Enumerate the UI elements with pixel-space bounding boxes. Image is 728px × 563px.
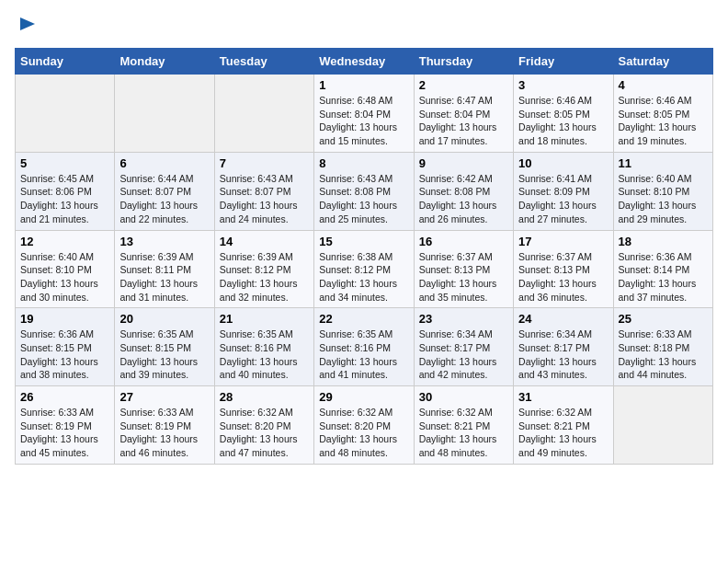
calendar-cell xyxy=(16,75,115,153)
day-number: 14 xyxy=(220,235,309,248)
calendar-cell: 21Sunrise: 6:35 AM Sunset: 8:16 PM Dayli… xyxy=(214,308,313,386)
calendar-cell: 13Sunrise: 6:39 AM Sunset: 8:11 PM Dayli… xyxy=(115,230,214,308)
calendar-cell: 17Sunrise: 6:37 AM Sunset: 8:13 PM Dayli… xyxy=(514,230,613,308)
day-info: Sunrise: 6:35 AM Sunset: 8:15 PM Dayligh… xyxy=(119,327,209,382)
day-info: Sunrise: 6:43 AM Sunset: 8:07 PM Dayligh… xyxy=(220,172,309,226)
day-info: Sunrise: 6:32 AM Sunset: 8:21 PM Dayligh… xyxy=(419,406,508,460)
day-number: 27 xyxy=(119,390,209,404)
day-info: Sunrise: 6:37 AM Sunset: 8:13 PM Dayligh… xyxy=(419,250,508,304)
calendar-cell: 7Sunrise: 6:43 AM Sunset: 8:07 PM Daylig… xyxy=(214,152,313,230)
calendar-cell: 2Sunrise: 6:47 AM Sunset: 8:04 PM Daylig… xyxy=(414,75,513,153)
day-number: 4 xyxy=(619,78,708,92)
header xyxy=(15,15,713,37)
day-number: 26 xyxy=(20,390,109,404)
logo-arrow-icon xyxy=(18,15,37,37)
col-header-tuesday: Tuesday xyxy=(214,49,313,75)
day-number: 13 xyxy=(119,235,209,248)
day-info: Sunrise: 6:36 AM Sunset: 8:15 PM Dayligh… xyxy=(20,327,109,382)
day-number: 16 xyxy=(419,235,508,248)
day-info: Sunrise: 6:34 AM Sunset: 8:17 PM Dayligh… xyxy=(419,327,508,382)
calendar-cell: 6Sunrise: 6:44 AM Sunset: 8:07 PM Daylig… xyxy=(115,152,214,230)
day-info: Sunrise: 6:39 AM Sunset: 8:11 PM Dayligh… xyxy=(119,250,209,304)
calendar-cell: 30Sunrise: 6:32 AM Sunset: 8:21 PM Dayli… xyxy=(414,386,513,465)
day-number: 1 xyxy=(319,78,408,92)
day-info: Sunrise: 6:46 AM Sunset: 8:05 PM Dayligh… xyxy=(619,94,708,148)
calendar-cell: 11Sunrise: 6:40 AM Sunset: 8:10 PM Dayli… xyxy=(613,152,712,230)
day-info: Sunrise: 6:48 AM Sunset: 8:04 PM Dayligh… xyxy=(319,94,408,148)
calendar-week-2: 5Sunrise: 6:45 AM Sunset: 8:06 PM Daylig… xyxy=(16,152,713,230)
day-number: 31 xyxy=(518,390,608,404)
day-info: Sunrise: 6:45 AM Sunset: 8:06 PM Dayligh… xyxy=(20,172,109,226)
day-number: 11 xyxy=(619,156,708,170)
day-info: Sunrise: 6:44 AM Sunset: 8:07 PM Dayligh… xyxy=(119,172,209,226)
day-info: Sunrise: 6:36 AM Sunset: 8:14 PM Dayligh… xyxy=(619,250,708,304)
calendar-cell: 3Sunrise: 6:46 AM Sunset: 8:05 PM Daylig… xyxy=(514,75,613,153)
day-number: 19 xyxy=(20,312,109,326)
calendar-cell: 15Sunrise: 6:38 AM Sunset: 8:12 PM Dayli… xyxy=(314,230,414,308)
col-header-monday: Monday xyxy=(115,49,214,75)
day-number: 15 xyxy=(319,235,408,248)
day-info: Sunrise: 6:35 AM Sunset: 8:16 PM Dayligh… xyxy=(319,327,408,382)
calendar-cell: 28Sunrise: 6:32 AM Sunset: 8:20 PM Dayli… xyxy=(214,386,313,465)
day-info: Sunrise: 6:34 AM Sunset: 8:17 PM Dayligh… xyxy=(518,327,608,382)
calendar-cell: 8Sunrise: 6:43 AM Sunset: 8:08 PM Daylig… xyxy=(314,152,414,230)
col-header-sunday: Sunday xyxy=(16,49,115,75)
day-info: Sunrise: 6:47 AM Sunset: 8:04 PM Dayligh… xyxy=(419,94,508,148)
calendar-cell: 25Sunrise: 6:33 AM Sunset: 8:18 PM Dayli… xyxy=(613,308,712,386)
calendar-cell: 9Sunrise: 6:42 AM Sunset: 8:08 PM Daylig… xyxy=(414,152,513,230)
day-number: 21 xyxy=(220,312,309,326)
calendar-cell: 14Sunrise: 6:39 AM Sunset: 8:12 PM Dayli… xyxy=(214,230,313,308)
calendar-cell: 29Sunrise: 6:32 AM Sunset: 8:20 PM Dayli… xyxy=(314,386,414,465)
day-info: Sunrise: 6:46 AM Sunset: 8:05 PM Dayligh… xyxy=(518,94,608,148)
day-number: 6 xyxy=(119,156,209,170)
day-number: 23 xyxy=(419,312,508,326)
day-number: 29 xyxy=(319,390,408,404)
calendar-cell: 20Sunrise: 6:35 AM Sunset: 8:15 PM Dayli… xyxy=(115,308,214,386)
day-number: 20 xyxy=(119,312,209,326)
day-number: 30 xyxy=(419,390,508,404)
calendar-cell: 16Sunrise: 6:37 AM Sunset: 8:13 PM Dayli… xyxy=(414,230,513,308)
calendar-cell: 4Sunrise: 6:46 AM Sunset: 8:05 PM Daylig… xyxy=(613,75,712,153)
day-number: 2 xyxy=(419,78,508,92)
calendar-cell xyxy=(115,75,214,153)
day-number: 24 xyxy=(518,312,608,326)
calendar-cell: 1Sunrise: 6:48 AM Sunset: 8:04 PM Daylig… xyxy=(314,75,414,153)
calendar-cell: 18Sunrise: 6:36 AM Sunset: 8:14 PM Dayli… xyxy=(613,230,712,308)
day-info: Sunrise: 6:33 AM Sunset: 8:19 PM Dayligh… xyxy=(119,406,209,460)
calendar-cell: 10Sunrise: 6:41 AM Sunset: 8:09 PM Dayli… xyxy=(514,152,613,230)
day-info: Sunrise: 6:40 AM Sunset: 8:10 PM Dayligh… xyxy=(20,250,109,304)
day-info: Sunrise: 6:33 AM Sunset: 8:18 PM Dayligh… xyxy=(619,327,708,382)
svg-marker-0 xyxy=(20,17,35,30)
col-header-thursday: Thursday xyxy=(414,49,513,75)
calendar-week-1: 1Sunrise: 6:48 AM Sunset: 8:04 PM Daylig… xyxy=(16,75,713,153)
calendar-cell: 23Sunrise: 6:34 AM Sunset: 8:17 PM Dayli… xyxy=(414,308,513,386)
calendar-cell xyxy=(214,75,313,153)
day-info: Sunrise: 6:42 AM Sunset: 8:08 PM Dayligh… xyxy=(419,172,508,226)
day-info: Sunrise: 6:41 AM Sunset: 8:09 PM Dayligh… xyxy=(518,172,608,226)
col-header-wednesday: Wednesday xyxy=(314,49,414,75)
day-info: Sunrise: 6:37 AM Sunset: 8:13 PM Dayligh… xyxy=(518,250,608,304)
calendar-week-4: 19Sunrise: 6:36 AM Sunset: 8:15 PM Dayli… xyxy=(16,308,713,386)
calendar-cell: 22Sunrise: 6:35 AM Sunset: 8:16 PM Dayli… xyxy=(314,308,414,386)
col-header-friday: Friday xyxy=(514,49,613,75)
day-number: 7 xyxy=(220,156,309,170)
day-number: 5 xyxy=(20,156,109,170)
day-number: 10 xyxy=(518,156,608,170)
day-info: Sunrise: 6:32 AM Sunset: 8:20 PM Dayligh… xyxy=(319,406,408,460)
calendar-cell: 19Sunrise: 6:36 AM Sunset: 8:15 PM Dayli… xyxy=(16,308,115,386)
calendar-cell: 26Sunrise: 6:33 AM Sunset: 8:19 PM Dayli… xyxy=(16,386,115,465)
day-number: 8 xyxy=(319,156,408,170)
calendar-week-5: 26Sunrise: 6:33 AM Sunset: 8:19 PM Dayli… xyxy=(16,386,713,465)
day-info: Sunrise: 6:35 AM Sunset: 8:16 PM Dayligh… xyxy=(220,327,309,382)
logo xyxy=(15,15,37,37)
day-number: 28 xyxy=(220,390,309,404)
col-header-saturday: Saturday xyxy=(613,49,712,75)
calendar-header-row: SundayMondayTuesdayWednesdayThursdayFrid… xyxy=(16,49,713,75)
day-number: 17 xyxy=(518,235,608,248)
day-number: 22 xyxy=(319,312,408,326)
calendar-cell: 24Sunrise: 6:34 AM Sunset: 8:17 PM Dayli… xyxy=(514,308,613,386)
calendar-cell: 31Sunrise: 6:32 AM Sunset: 8:21 PM Dayli… xyxy=(514,386,613,465)
day-number: 9 xyxy=(419,156,508,170)
day-info: Sunrise: 6:32 AM Sunset: 8:20 PM Dayligh… xyxy=(220,406,309,460)
calendar-cell: 27Sunrise: 6:33 AM Sunset: 8:19 PM Dayli… xyxy=(115,386,214,465)
